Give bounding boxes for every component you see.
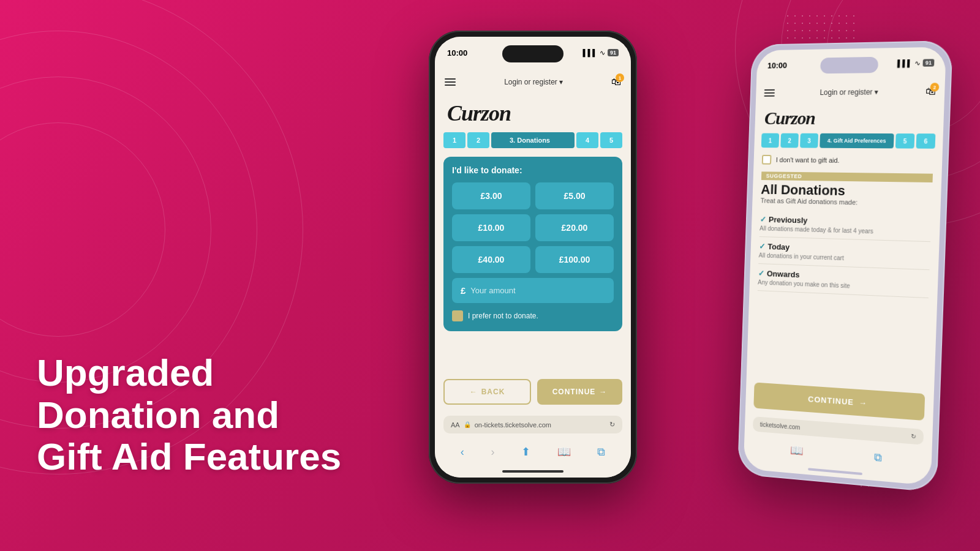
phone1-logo-area: Curzon: [435, 96, 631, 129]
progress-step-2[interactable]: 2: [467, 132, 489, 148]
hero-line2: Donation and: [37, 394, 279, 436]
phone1-progress-bar: 1 2 3. Donations 4 5: [435, 129, 631, 152]
progress-step-3[interactable]: 3. Donations: [491, 132, 575, 148]
donation-btn-100[interactable]: £100.00: [535, 246, 614, 273]
dropdown-arrow-icon: ▾: [559, 78, 563, 86]
phone2-device: 10:00 ▌▌▌ ∿ 91 Login or register ▾ 🛍: [737, 40, 953, 492]
browser-forward-icon[interactable]: ›: [491, 446, 494, 459]
prefer-not-label: I prefer not to donate.: [468, 312, 538, 320]
prefer-not-checkbox[interactable]: [452, 310, 463, 321]
phone1-browser-toolbar: ‹ › ⬆ 📖 ⧉: [435, 438, 631, 465]
phone1-device: 10:00 ▌▌▌ ∿ 91 Login or register ▾ 🛍: [429, 31, 637, 484]
phone2-progress-step-3[interactable]: 3: [800, 133, 818, 148]
phone2-logo-area: Curzon: [755, 105, 944, 131]
dont-want-gift-aid-row: I don't want to gift aid.: [753, 150, 943, 171]
pound-sign-icon: £: [461, 285, 466, 296]
phone1-main-content: I'd like to donate: £3.00 £5.00 £10.00 £…: [435, 152, 631, 374]
url-input-field[interactable]: AA 🔒 on-tickets.ticketsolve.com ↻: [443, 416, 622, 433]
phone2-navbar: Login or register ▾ 🛍 2: [756, 78, 945, 106]
phone2-dropdown-arrow-icon: ▾: [874, 88, 878, 96]
phone1-screen: 10:00 ▌▌▌ ∿ 91 Login or register ▾ 🛍: [435, 37, 631, 478]
donation-amounts-grid: £3.00 £5.00 £10.00 £20.00 £40.00 £100.00: [452, 182, 614, 273]
check-icon-onwards: ✓: [758, 269, 764, 278]
phone2-dynamic-island: [820, 57, 878, 74]
donation-btn-5[interactable]: £5.00: [535, 182, 614, 209]
phone2-wifi-icon: ∿: [914, 59, 921, 67]
donation-btn-10[interactable]: £10.00: [452, 214, 530, 241]
dynamic-island: [502, 45, 564, 62]
phone2-login-register-link[interactable]: Login or register ▾: [820, 88, 878, 97]
progress-step-5[interactable]: 5: [600, 132, 622, 148]
donation-btn-3[interactable]: £3.00: [452, 182, 530, 209]
phone1-status-icons: ▌▌▌ ∿ 91: [583, 49, 619, 57]
phone2-cart-icon[interactable]: 🛍 2: [925, 86, 936, 97]
phone1-home-indicator: [435, 465, 631, 478]
battery-label: 91: [608, 49, 619, 56]
lock-icon: 🔒: [464, 421, 471, 428]
continue-arrow-icon: →: [599, 388, 607, 396]
phone2-progress-step-4[interactable]: 4. Gift Aid Preferences: [820, 133, 894, 149]
prefer-not-donate-row: I prefer not to donate.: [452, 309, 614, 323]
progress-step-4[interactable]: 4: [576, 132, 598, 148]
reload-icon: ↻: [609, 421, 615, 429]
hero-line1: Upgraded: [37, 351, 214, 394]
phone1-nav-buttons: ← BACK CONTINUE →: [435, 374, 631, 412]
curzon-logo: Curzon: [447, 101, 511, 126]
dont-gift-aid-checkbox[interactable]: [762, 155, 772, 165]
phone2-browser-bookmarks-icon[interactable]: 📖: [790, 443, 804, 457]
suggested-badge: SUGGESTED: [761, 171, 933, 182]
url-text: on-tickets.ticketsolve.com: [475, 421, 551, 429]
phone1-navbar: Login or register ▾ 🛍 1: [435, 69, 631, 96]
phone1-time: 10:00: [447, 48, 467, 58]
gift-option-onwards[interactable]: ✓ Onwards Any donation you make on this …: [758, 264, 930, 298]
phone2-browser-tabs-icon[interactable]: ⧉: [874, 451, 883, 464]
phone2-curzon-logo: Curzon: [764, 108, 816, 128]
phone2-cart-badge: 2: [930, 83, 939, 91]
phone2-url-text: ticketsolve.com: [760, 421, 801, 431]
cart-badge: 1: [616, 73, 624, 82]
wifi-icon: ∿: [600, 49, 605, 57]
dont-gift-aid-label: I don't want to gift aid.: [776, 156, 840, 164]
phone2-continue-button[interactable]: CONTINUE →: [753, 383, 925, 421]
phone2-main-content: I don't want to gift aid. SUGGESTED All …: [747, 150, 943, 388]
phone2-status-icons: ▌▌▌ ∿ 91: [897, 59, 934, 67]
phone2-time: 10:00: [767, 61, 787, 70]
phone2-battery-label: 91: [922, 59, 934, 67]
phone2-progress-bar: 1 2 3 4. Gift Aid Preferences 5 6: [754, 131, 943, 151]
aa-text: AA: [451, 421, 460, 429]
hero-text: Upgraded Donation and Gift Aid Features: [37, 352, 341, 478]
browser-tabs-icon[interactable]: ⧉: [597, 446, 605, 459]
donation-title: I'd like to donate:: [452, 165, 614, 175]
donation-btn-40[interactable]: £40.00: [452, 246, 530, 273]
donation-btn-20[interactable]: £20.00: [535, 214, 614, 241]
login-register-link[interactable]: Login or register ▾: [504, 78, 563, 86]
phone2-progress-step-1[interactable]: 1: [761, 133, 779, 148]
back-button[interactable]: ← BACK: [443, 379, 531, 405]
phone2-signal-icon: ▌▌▌: [897, 59, 912, 67]
check-icon-today: ✓: [759, 242, 766, 251]
custom-amount-placeholder: Your amount: [470, 286, 515, 295]
continue-button[interactable]: CONTINUE →: [537, 379, 622, 405]
signal-icon: ▌▌▌: [583, 49, 597, 56]
phones-showcase: 10:00 ▌▌▌ ∿ 91 Login or register ▾ 🛍: [392, 18, 943, 545]
phone2-screen: 10:00 ▌▌▌ ∿ 91 Login or register ▾ 🛍: [744, 47, 946, 485]
phone2-progress-step-6[interactable]: 6: [916, 133, 936, 149]
browser-back-icon[interactable]: ‹: [461, 446, 464, 459]
hero-line3: Gift Aid Features: [37, 435, 341, 478]
hamburger-icon[interactable]: [445, 78, 456, 86]
phone2-progress-step-5[interactable]: 5: [895, 133, 915, 149]
browser-share-icon[interactable]: ⬆: [521, 445, 530, 459]
all-donations-section: All Donations Treat as Gift Aid donation…: [749, 182, 941, 302]
phone2-progress-step-2[interactable]: 2: [780, 133, 799, 148]
donation-custom-input[interactable]: £ Your amount: [452, 278, 614, 303]
donation-card: I'd like to donate: £3.00 £5.00 £10.00 £…: [443, 157, 622, 331]
phone2-continue-arrow-icon: →: [859, 398, 868, 408]
phone2-reload-icon: ↻: [911, 433, 916, 440]
browser-bookmarks-icon[interactable]: 📖: [557, 445, 571, 459]
cart-icon[interactable]: 🛍 1: [611, 77, 621, 88]
phone1-url-bar: AA 🔒 on-tickets.ticketsolve.com ↻: [435, 412, 631, 438]
check-icon: ✓: [760, 215, 766, 224]
progress-step-1[interactable]: 1: [443, 132, 466, 148]
phone2-hamburger-icon[interactable]: [764, 89, 775, 97]
back-arrow-icon: ←: [470, 388, 478, 396]
